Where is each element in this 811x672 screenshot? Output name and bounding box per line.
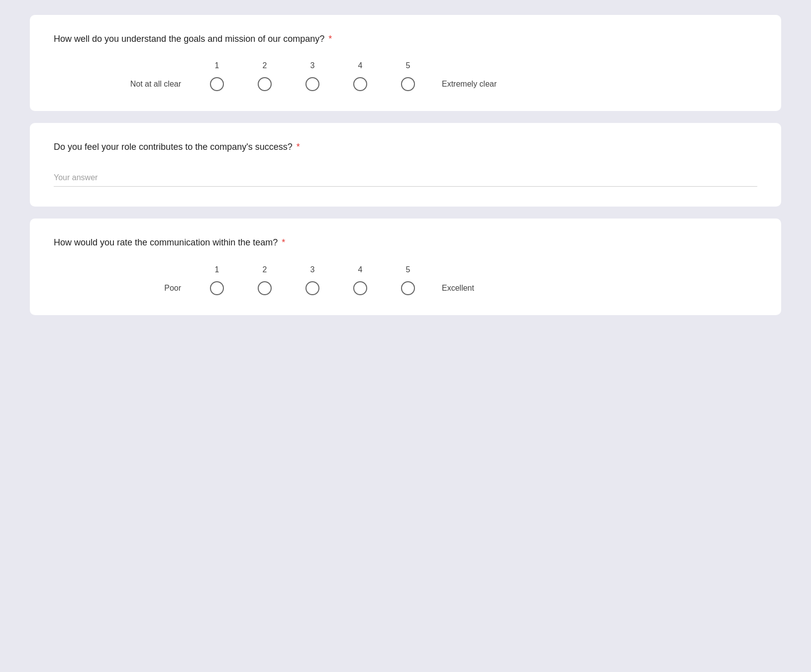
q3-option-4-wrapper — [336, 281, 384, 295]
question-3-scale: 1 2 3 4 5 Poor — [54, 265, 757, 295]
question-2-card: Do you feel your role contributes to the… — [30, 123, 781, 207]
question-2-required-star: * — [294, 142, 300, 152]
scale-number-1: 1 — [193, 61, 241, 70]
question-3-label-right: Excellent — [442, 284, 474, 293]
question-1-scale-row: Not at all clear Extremely clear — [84, 77, 497, 91]
q3-radio-3[interactable] — [305, 281, 319, 295]
question-3-required-star: * — [279, 237, 285, 247]
question-1-label-right: Extremely clear — [442, 80, 497, 89]
question-2-answer-container — [54, 169, 757, 187]
q3-option-3-wrapper — [289, 281, 336, 295]
question-3-card: How would you rate the communication wit… — [30, 219, 781, 315]
q1-option-4-wrapper — [336, 77, 384, 91]
q3-scale-number-4: 4 — [336, 265, 384, 274]
q3-scale-number-3: 3 — [289, 265, 336, 274]
question-3-scale-row: Poor Excellent — [84, 281, 474, 295]
q3-option-2-wrapper — [241, 281, 289, 295]
q1-radio-2[interactable] — [258, 77, 272, 91]
question-3-scale-numbers: 1 2 3 4 5 — [193, 265, 432, 274]
q1-option-2-wrapper — [241, 77, 289, 91]
scale-number-4: 4 — [336, 61, 384, 70]
question-1-label-left: Not at all clear — [84, 80, 193, 89]
scale-number-5: 5 — [384, 61, 432, 70]
q1-radio-5[interactable] — [401, 77, 415, 91]
q3-scale-number-5: 5 — [384, 265, 432, 274]
q3-radio-2[interactable] — [258, 281, 272, 295]
question-1-title: How well do you understand the goals and… — [54, 33, 757, 45]
q1-option-5-wrapper — [384, 77, 432, 91]
q3-radio-5[interactable] — [401, 281, 415, 295]
scale-number-3: 3 — [289, 61, 336, 70]
question-2-text-input[interactable] — [54, 169, 757, 187]
q3-option-5-wrapper — [384, 281, 432, 295]
question-1-scale: 1 2 3 4 5 Not at all clear — [54, 61, 757, 91]
q1-radio-1[interactable] — [210, 77, 224, 91]
question-1-text: How well do you understand the goals and… — [54, 34, 324, 44]
q3-radio-1[interactable] — [210, 281, 224, 295]
question-1-required-star: * — [326, 34, 332, 44]
question-1-scale-options — [193, 77, 432, 91]
q3-option-1-wrapper — [193, 281, 241, 295]
q3-scale-number-2: 2 — [241, 265, 289, 274]
question-3-title: How would you rate the communication wit… — [54, 236, 757, 249]
q3-scale-number-1: 1 — [193, 265, 241, 274]
q1-radio-3[interactable] — [305, 77, 319, 91]
question-2-title: Do you feel your role contributes to the… — [54, 141, 757, 153]
scale-number-2: 2 — [241, 61, 289, 70]
q1-option-3-wrapper — [289, 77, 336, 91]
question-3-text: How would you rate the communication wit… — [54, 237, 278, 247]
q1-option-1-wrapper — [193, 77, 241, 91]
question-1-card: How well do you understand the goals and… — [30, 15, 781, 111]
question-1-scale-numbers: 1 2 3 4 5 — [193, 61, 432, 70]
q1-radio-4[interactable] — [353, 77, 367, 91]
question-2-text: Do you feel your role contributes to the… — [54, 142, 293, 152]
q3-radio-4[interactable] — [353, 281, 367, 295]
question-3-scale-options — [193, 281, 432, 295]
question-3-label-left: Poor — [84, 284, 193, 293]
